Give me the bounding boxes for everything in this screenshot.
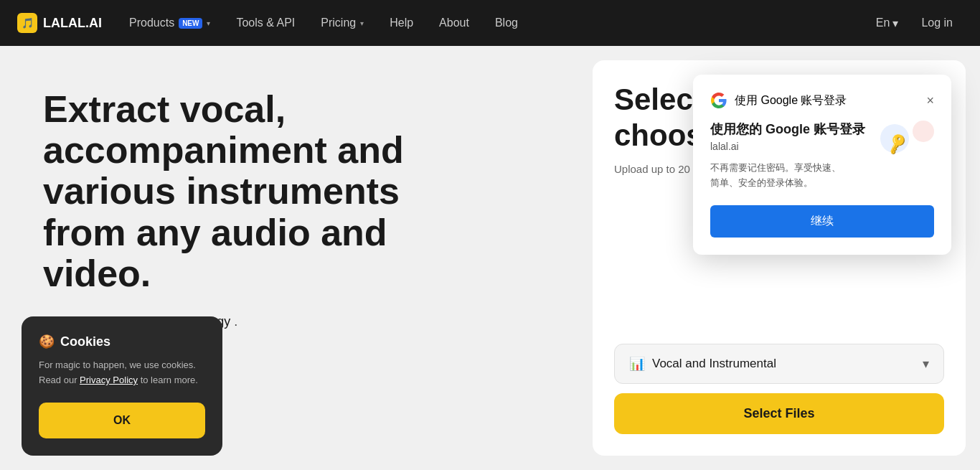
nav-products-label: Products xyxy=(129,17,174,29)
vocal-label: 📊 Vocal and Instrumental xyxy=(629,356,776,372)
cookies-text-suffix: to learn more. xyxy=(141,375,198,385)
google-popup-heading: 使用您的 Google 账号登录 xyxy=(710,121,877,138)
nav-tools[interactable]: Tools & API xyxy=(226,11,305,35)
cookies-text: For magic to happen, we use cookies. Rea… xyxy=(39,358,205,388)
navbar: 🎵 LALAL.AI Products NEW ▾ Tools & API Pr… xyxy=(0,0,980,46)
cookies-popup: 🍪 Cookies For magic to happen, we use co… xyxy=(22,316,222,456)
nav-about-label: About xyxy=(439,17,469,29)
language-chevron: ▾ xyxy=(892,17,898,30)
cookies-ok-button[interactable]: OK xyxy=(39,403,205,438)
google-popup-title-row: 使用 Google 账号登录 xyxy=(710,92,847,109)
hero-subtitle-suffix: . xyxy=(234,314,237,329)
select-files-button[interactable]: Select Files xyxy=(614,393,944,434)
nav-pricing-label: Pricing xyxy=(321,17,356,29)
login-label: Log in xyxy=(921,17,953,29)
illustration-pink-circle xyxy=(913,121,934,142)
nav-products-badge: NEW xyxy=(179,18,202,29)
google-popup-title: 使用 Google 账号登录 xyxy=(735,93,847,108)
google-popup-main: 使用您的 Google 账号登录 lalal.ai 不再需要记住密码。享受快速、… xyxy=(710,121,934,191)
main-area: Extract vocal,accompaniment andvarious i… xyxy=(0,46,980,470)
vocal-chevron-icon: ▾ xyxy=(923,356,929,372)
google-continue-button[interactable]: 继续 xyxy=(710,205,934,238)
language-selector[interactable]: En ▾ xyxy=(869,11,906,36)
upload-card: Select stechoose file Upload up to 20 fi… xyxy=(593,60,966,456)
google-popup-close-button[interactable]: × xyxy=(926,94,934,107)
nav-blog-label: Blog xyxy=(495,17,518,29)
vocal-label-text: Vocal and Instrumental xyxy=(652,357,776,371)
nav-about[interactable]: About xyxy=(429,11,479,35)
cookies-icon: 🍪 xyxy=(39,334,55,349)
cookies-privacy-link[interactable]: Privacy Policy xyxy=(80,375,138,385)
nav-blog[interactable]: Blog xyxy=(485,11,528,35)
logo-text: LALAL.AI xyxy=(43,16,102,31)
logo-icon: 🎵 xyxy=(17,13,37,33)
nav-pricing-chevron: ▾ xyxy=(360,19,364,27)
nav-help[interactable]: Help xyxy=(380,11,423,35)
google-popup-illustration: 🔑 xyxy=(877,121,934,178)
nav-products[interactable]: Products NEW ▾ xyxy=(119,11,220,35)
hero-section: Extract vocal,accompaniment andvarious i… xyxy=(0,46,578,470)
language-label: En xyxy=(876,17,890,29)
google-popup-domain: lalal.ai xyxy=(710,141,877,152)
nav-pricing[interactable]: Pricing ▾ xyxy=(311,11,374,35)
google-popup-header: 使用 Google 账号登录 × xyxy=(710,92,934,109)
nav-products-chevron: ▾ xyxy=(207,19,210,27)
nav-tools-label: Tools & API xyxy=(236,17,295,29)
hero-title: Extract vocal,accompaniment andvarious i… xyxy=(43,89,550,294)
google-popup-description: 不再需要记住密码。享受快速、简单、安全的登录体验。 xyxy=(710,161,877,191)
navbar-right: En ▾ Log in xyxy=(869,11,963,36)
waveform-icon: 📊 xyxy=(629,356,645,372)
google-popup-text: 使用您的 Google 账号登录 lalal.ai 不再需要记住密码。享受快速、… xyxy=(710,121,877,191)
right-panel: Select stechoose file Upload up to 20 fi… xyxy=(578,46,980,470)
nav-help-label: Help xyxy=(390,17,413,29)
vocal-instrumental-selector[interactable]: 📊 Vocal and Instrumental ▾ xyxy=(614,344,944,384)
google-logo-icon xyxy=(710,92,727,109)
cookies-title: Cookies xyxy=(60,334,110,349)
logo[interactable]: 🎵 LALAL.AI xyxy=(17,13,102,33)
cookies-header: 🍪 Cookies xyxy=(39,334,205,349)
google-login-popup: 使用 Google 账号登录 × 使用您的 Google 账号登录 lalal.… xyxy=(693,75,951,255)
login-button[interactable]: Log in xyxy=(911,11,963,35)
